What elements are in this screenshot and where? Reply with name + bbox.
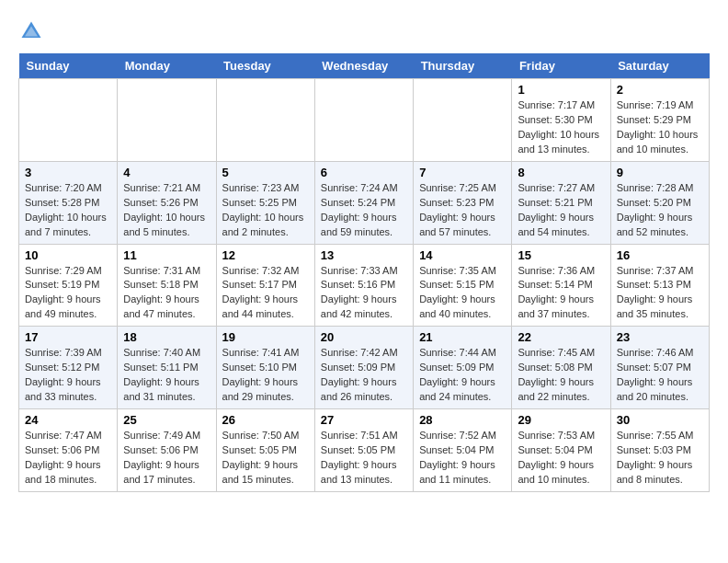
calendar-cell: 14Sunrise: 7:35 AM Sunset: 5:15 PM Dayli… (414, 244, 512, 327)
day-number: 26 (222, 413, 309, 427)
calendar-cell: 19Sunrise: 7:41 AM Sunset: 5:10 PM Dayli… (216, 327, 314, 409)
day-number: 4 (123, 166, 210, 179)
calendar-cell: 25Sunrise: 7:49 AM Sunset: 5:06 PM Dayli… (118, 409, 216, 492)
calendar-cell: 11Sunrise: 7:31 AM Sunset: 5:18 PM Dayli… (118, 244, 216, 327)
calendar-cell: 28Sunrise: 7:52 AM Sunset: 5:04 PM Dayli… (414, 409, 512, 492)
day-number: 2 (617, 83, 703, 97)
calendar-cell (118, 79, 216, 162)
calendar-cell: 3Sunrise: 7:20 AM Sunset: 5:28 PM Daylig… (19, 161, 118, 244)
day-number: 16 (617, 248, 703, 262)
weekday-header-wednesday: Wednesday (314, 53, 413, 79)
day-info: Sunrise: 7:20 AM Sunset: 5:28 PM Dayligh… (25, 181, 111, 240)
calendar-cell: 29Sunrise: 7:53 AM Sunset: 5:04 PM Dayli… (512, 409, 610, 492)
calendar-cell: 27Sunrise: 7:51 AM Sunset: 5:05 PM Dayli… (314, 409, 413, 492)
day-number: 5 (222, 166, 309, 179)
day-number: 20 (321, 330, 407, 344)
day-info: Sunrise: 7:53 AM Sunset: 5:04 PM Dayligh… (518, 429, 604, 488)
day-number: 6 (321, 166, 407, 179)
day-info: Sunrise: 7:36 AM Sunset: 5:14 PM Dayligh… (518, 264, 604, 323)
day-info: Sunrise: 7:33 AM Sunset: 5:16 PM Dayligh… (321, 264, 407, 323)
calendar-cell: 8Sunrise: 7:27 AM Sunset: 5:21 PM Daylig… (512, 161, 610, 244)
day-info: Sunrise: 7:47 AM Sunset: 5:06 PM Dayligh… (25, 429, 111, 488)
day-number: 21 (419, 330, 506, 344)
calendar-cell: 17Sunrise: 7:39 AM Sunset: 5:12 PM Dayli… (19, 327, 118, 409)
day-number: 22 (518, 330, 604, 344)
calendar-cell: 26Sunrise: 7:50 AM Sunset: 5:05 PM Dayli… (216, 409, 314, 492)
day-number: 1 (518, 83, 604, 97)
day-number: 8 (518, 166, 604, 179)
day-number: 3 (25, 166, 111, 179)
calendar-cell: 18Sunrise: 7:40 AM Sunset: 5:11 PM Dayli… (118, 327, 216, 409)
day-info: Sunrise: 7:46 AM Sunset: 5:07 PM Dayligh… (617, 346, 703, 405)
day-info: Sunrise: 7:19 AM Sunset: 5:29 PM Dayligh… (617, 98, 703, 157)
day-number: 23 (617, 330, 703, 344)
day-info: Sunrise: 7:52 AM Sunset: 5:04 PM Dayligh… (419, 429, 506, 488)
day-info: Sunrise: 7:51 AM Sunset: 5:05 PM Dayligh… (321, 429, 407, 488)
calendar-cell: 16Sunrise: 7:37 AM Sunset: 5:13 PM Dayli… (610, 244, 709, 327)
calendar-cell: 24Sunrise: 7:47 AM Sunset: 5:06 PM Dayli… (19, 409, 118, 492)
calendar-cell: 21Sunrise: 7:44 AM Sunset: 5:09 PM Dayli… (414, 327, 512, 409)
day-info: Sunrise: 7:31 AM Sunset: 5:18 PM Dayligh… (123, 264, 210, 323)
calendar-cell (314, 79, 413, 162)
day-number: 30 (617, 413, 703, 427)
day-info: Sunrise: 7:29 AM Sunset: 5:19 PM Dayligh… (25, 264, 111, 323)
day-info: Sunrise: 7:28 AM Sunset: 5:20 PM Dayligh… (617, 181, 703, 240)
day-number: 14 (419, 248, 506, 262)
calendar-cell: 13Sunrise: 7:33 AM Sunset: 5:16 PM Dayli… (314, 244, 413, 327)
day-info: Sunrise: 7:27 AM Sunset: 5:21 PM Dayligh… (518, 181, 604, 240)
day-info: Sunrise: 7:37 AM Sunset: 5:13 PM Dayligh… (617, 264, 703, 323)
day-number: 15 (518, 248, 604, 262)
calendar-cell: 7Sunrise: 7:25 AM Sunset: 5:23 PM Daylig… (414, 161, 512, 244)
logo-icon (18, 18, 44, 44)
weekday-header-friday: Friday (512, 53, 610, 79)
day-info: Sunrise: 7:17 AM Sunset: 5:30 PM Dayligh… (518, 98, 604, 157)
calendar-cell: 5Sunrise: 7:23 AM Sunset: 5:25 PM Daylig… (216, 161, 314, 244)
calendar-cell: 22Sunrise: 7:45 AM Sunset: 5:08 PM Dayli… (512, 327, 610, 409)
calendar-cell: 4Sunrise: 7:21 AM Sunset: 5:26 PM Daylig… (118, 161, 216, 244)
day-number: 9 (617, 166, 703, 179)
page-header (18, 18, 710, 44)
day-number: 11 (123, 248, 210, 262)
day-info: Sunrise: 7:40 AM Sunset: 5:11 PM Dayligh… (123, 346, 210, 405)
day-info: Sunrise: 7:21 AM Sunset: 5:26 PM Dayligh… (123, 181, 210, 240)
weekday-header-tuesday: Tuesday (216, 53, 314, 79)
calendar-cell: 15Sunrise: 7:36 AM Sunset: 5:14 PM Dayli… (512, 244, 610, 327)
calendar-cell: 23Sunrise: 7:46 AM Sunset: 5:07 PM Dayli… (610, 327, 709, 409)
calendar-week-5: 24Sunrise: 7:47 AM Sunset: 5:06 PM Dayli… (19, 409, 710, 492)
weekday-header-sunday: Sunday (19, 53, 118, 79)
day-number: 13 (321, 248, 407, 262)
calendar-cell: 12Sunrise: 7:32 AM Sunset: 5:17 PM Dayli… (216, 244, 314, 327)
day-info: Sunrise: 7:50 AM Sunset: 5:05 PM Dayligh… (222, 429, 309, 488)
calendar-cell: 2Sunrise: 7:19 AM Sunset: 5:29 PM Daylig… (610, 79, 709, 162)
calendar-cell: 6Sunrise: 7:24 AM Sunset: 5:24 PM Daylig… (314, 161, 413, 244)
calendar-cell: 20Sunrise: 7:42 AM Sunset: 5:09 PM Dayli… (314, 327, 413, 409)
calendar-cell: 1Sunrise: 7:17 AM Sunset: 5:30 PM Daylig… (512, 79, 610, 162)
day-number: 7 (419, 166, 506, 179)
calendar-week-2: 3Sunrise: 7:20 AM Sunset: 5:28 PM Daylig… (19, 161, 710, 244)
day-number: 27 (321, 413, 407, 427)
day-info: Sunrise: 7:23 AM Sunset: 5:25 PM Dayligh… (222, 181, 309, 240)
calendar-week-4: 17Sunrise: 7:39 AM Sunset: 5:12 PM Dayli… (19, 327, 710, 409)
calendar-cell (414, 79, 512, 162)
day-info: Sunrise: 7:25 AM Sunset: 5:23 PM Dayligh… (419, 181, 506, 240)
weekday-header-row: SundayMondayTuesdayWednesdayThursdayFrid… (19, 53, 710, 79)
day-number: 10 (25, 248, 111, 262)
calendar-cell: 9Sunrise: 7:28 AM Sunset: 5:20 PM Daylig… (610, 161, 709, 244)
calendar: SundayMondayTuesdayWednesdayThursdayFrid… (18, 53, 710, 492)
day-info: Sunrise: 7:45 AM Sunset: 5:08 PM Dayligh… (518, 346, 604, 405)
day-number: 18 (123, 330, 210, 344)
calendar-week-3: 10Sunrise: 7:29 AM Sunset: 5:19 PM Dayli… (19, 244, 710, 327)
day-number: 29 (518, 413, 604, 427)
day-info: Sunrise: 7:39 AM Sunset: 5:12 PM Dayligh… (25, 346, 111, 405)
weekday-header-saturday: Saturday (610, 53, 709, 79)
day-info: Sunrise: 7:24 AM Sunset: 5:24 PM Dayligh… (321, 181, 407, 240)
day-number: 12 (222, 248, 309, 262)
weekday-header-thursday: Thursday (414, 53, 512, 79)
day-number: 28 (419, 413, 506, 427)
day-number: 24 (25, 413, 111, 427)
calendar-cell: 10Sunrise: 7:29 AM Sunset: 5:19 PM Dayli… (19, 244, 118, 327)
day-number: 25 (123, 413, 210, 427)
day-number: 19 (222, 330, 309, 344)
day-info: Sunrise: 7:32 AM Sunset: 5:17 PM Dayligh… (222, 264, 309, 323)
calendar-cell (216, 79, 314, 162)
